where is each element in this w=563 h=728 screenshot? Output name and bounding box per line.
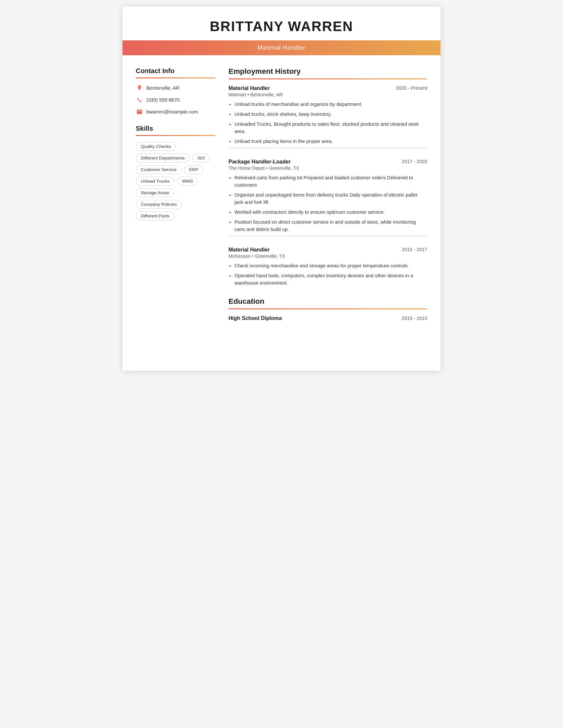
job-header: Material Handler2015 - 2017	[228, 247, 427, 253]
main-section: Employment History Material Handler2020 …	[228, 67, 427, 321]
contact-section: Contact Info Bentonville, AR	[136, 67, 215, 115]
employment-section: Employment History Material Handler2020 …	[228, 67, 427, 287]
skill-tag: Different Parts	[136, 211, 174, 220]
email-icon	[136, 108, 143, 115]
job-title: Material Handler	[228, 85, 269, 91]
location-text: Bentonville, AR	[146, 85, 179, 91]
job-bullet: Position focused on direct customer serv…	[234, 218, 427, 233]
edu-dates: 2015 - 2015	[402, 316, 427, 321]
job-dates: 2015 - 2017	[402, 247, 427, 252]
job-dates: 2020 - Present	[396, 85, 427, 91]
education-divider	[228, 308, 427, 309]
job-bullet: Unload trucks, stock shelves, keep inven…	[234, 111, 427, 118]
resume-page: BRITTANY WARREN Material Handler Contact…	[122, 7, 441, 371]
job-bullet: Organize and unpackaged items from deliv…	[234, 191, 427, 206]
education-container: High School Diploma2015 - 2015	[228, 315, 427, 321]
job-title: Package Handler-Loader	[228, 159, 291, 165]
job-company: Walmart • Bentonville, AR	[228, 92, 427, 97]
education-entry: High School Diploma2015 - 2015	[228, 315, 427, 321]
phone-icon	[136, 96, 143, 104]
skill-tag: ERP	[184, 165, 203, 174]
skill-tag: Storage Areas	[136, 188, 174, 197]
job-bullet: Unload truck placing items in the proper…	[234, 138, 427, 145]
job-bullets-list: Check incoming merchandise and storage a…	[228, 262, 427, 287]
skill-tag: ISO	[192, 154, 210, 162]
skills-section: Skills Quality ChecksDifferent Departmen…	[136, 125, 215, 220]
job-bullet: Worked with contractors directly to ensu…	[234, 208, 427, 216]
job-header: Package Handler-Loader2017 - 2020	[228, 159, 427, 165]
skills-divider	[136, 135, 215, 136]
education-section: Education High School Diploma2015 - 2015	[228, 297, 427, 321]
contact-divider	[136, 77, 215, 78]
contact-phone: (330) 555-8670	[136, 96, 215, 104]
header-title-bar: Material Handler	[122, 40, 441, 55]
job-company: McKesson • Greenville, TX	[228, 253, 427, 259]
skill-tag: WMS	[177, 177, 198, 186]
email-text: bwarren@example.com	[146, 109, 198, 114]
main-content: Contact Info Bentonville, AR	[122, 55, 441, 335]
job-header: Material Handler2020 - Present	[228, 85, 427, 91]
skill-tag: Unload Trucks	[136, 177, 174, 186]
skill-tag: Different Departments	[136, 154, 190, 162]
sidebar: Contact Info Bentonville, AR	[136, 67, 215, 321]
job-entry: Package Handler-Loader2017 - 2020The Hom…	[228, 159, 427, 236]
header-title: Material Handler	[257, 44, 305, 51]
job-bullets-list: Unload trucks of merchandise and organiz…	[228, 101, 427, 145]
edu-header: High School Diploma2015 - 2015	[228, 315, 427, 321]
job-entry: Material Handler2015 - 2017McKesson • Gr…	[228, 247, 427, 287]
edu-degree: High School Diploma	[228, 315, 282, 321]
contact-email: bwarren@example.com	[136, 108, 215, 115]
header-name: BRITTANY WARREN	[122, 7, 441, 40]
job-company: The Home Depot • Greenville, TX	[228, 165, 427, 171]
job-bullets-list: Retrieved carts from parking lot Prepare…	[228, 174, 427, 233]
employment-section-title: Employment History	[228, 67, 427, 76]
job-bullet: Retrieved carts from parking lot Prepare…	[234, 174, 427, 189]
skill-tag: Company Policies	[136, 200, 182, 209]
skill-tag: Quality Checks	[136, 142, 176, 151]
job-bullet: Check incoming merchandise and storage a…	[234, 262, 427, 269]
employment-divider	[228, 78, 427, 79]
skill-tags: Quality ChecksDifferent DepartmentsISOCu…	[136, 142, 215, 220]
job-bullet: Operated hand tools, computers, complex …	[234, 272, 427, 287]
job-entry: Material Handler2020 - PresentWalmart • …	[228, 85, 427, 148]
jobs-container: Material Handler2020 - PresentWalmart • …	[228, 85, 427, 287]
job-title: Material Handler	[228, 247, 269, 253]
location-icon	[136, 84, 143, 92]
skills-section-title: Skills	[136, 125, 215, 132]
contact-section-title: Contact Info	[136, 67, 215, 75]
job-bullet: Unload trucks of merchandise and organiz…	[234, 101, 427, 108]
education-section-title: Education	[228, 297, 427, 306]
contact-location: Bentonville, AR	[136, 84, 215, 92]
job-dates: 2017 - 2020	[402, 159, 427, 164]
skill-tag: Customer Service	[136, 165, 181, 174]
job-bullet: Unloaded Trucks, Brought products to sal…	[234, 120, 427, 135]
phone-text: (330) 555-8670	[146, 97, 180, 103]
